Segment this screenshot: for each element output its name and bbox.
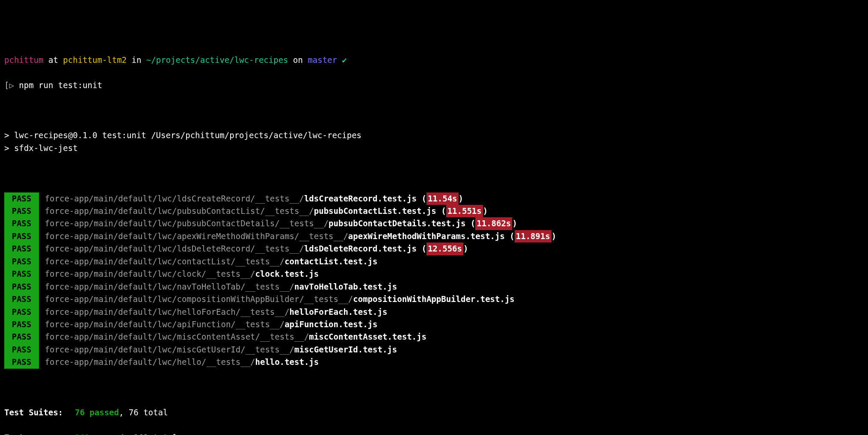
test-path: force-app/main/default/lwc/contactList/_… [45, 257, 285, 266]
test-result-row: PASS force-app/main/default/lwc/pubsubCo… [4, 217, 864, 230]
prompt-branch: master [308, 55, 337, 65]
prompt-at: at [48, 55, 58, 65]
summary-tests: Tests:162 passed, 162 total [4, 432, 864, 435]
prompt-on: on [293, 55, 303, 65]
prompt-arrow-icon: ▷ [9, 80, 14, 90]
test-path: force-app/main/default/lwc/ldsDeleteReco… [45, 244, 304, 253]
pass-badge: PASS [4, 306, 39, 318]
test-file: contactList.test.js [284, 257, 377, 266]
test-file: pubsubContactList.test.js [314, 206, 436, 216]
test-file: ldsDeleteRecord.test.js [304, 244, 417, 253]
summary-rest-tests: , 162 total [124, 433, 178, 435]
pass-badge: PASS [4, 217, 39, 230]
test-result-row: PASS force-app/main/default/lwc/helloFor… [4, 306, 864, 318]
paren-open: ( [417, 194, 427, 203]
test-result-row: PASS force-app/main/default/lwc/navToHel… [4, 281, 864, 293]
paren-close: ) [551, 231, 556, 241]
summary-label-suites: Test Suites: [4, 406, 75, 419]
paren-open: ( [465, 219, 475, 228]
test-path: force-app/main/default/lwc/apiFunction/_… [45, 320, 285, 329]
test-path: force-app/main/default/lwc/ldsCreateReco… [45, 194, 304, 203]
test-time-badge: 11.551s [446, 205, 483, 217]
prompt-user: pchittum [4, 55, 44, 65]
blank-line [4, 381, 864, 394]
test-path: force-app/main/default/lwc/hello/__tests… [45, 357, 255, 367]
npm-script-echo: > lwc-recipes@0.1.0 test:unit /Users/pch… [4, 129, 864, 154]
test-time-badge: 11.891s [515, 230, 551, 243]
test-time-badge: 12.556s [427, 243, 463, 255]
test-result-row: PASS force-app/main/default/lwc/apexWire… [4, 230, 864, 243]
test-path: force-app/main/default/lwc/miscGetUserId… [45, 345, 294, 354]
shell-prompt-line: pchittum at pchittum-ltm2 in ~/projects/… [4, 54, 864, 66]
test-file: compositionWithAppBuilder.test.js [353, 294, 515, 304]
test-path: force-app/main/default/lwc/miscContentAs… [45, 332, 309, 341]
pass-badge: PASS [4, 243, 39, 255]
test-path: force-app/main/default/lwc/pubsubContact… [45, 219, 329, 228]
test-result-row: PASS force-app/main/default/lwc/pubsubCo… [4, 205, 864, 217]
test-path: force-app/main/default/lwc/pubsubContact… [45, 206, 314, 216]
test-path: force-app/main/default/lwc/apexWireMetho… [45, 231, 348, 241]
pass-badge: PASS [4, 230, 39, 243]
pass-badge: PASS [4, 318, 39, 331]
pass-badge: PASS [4, 255, 39, 268]
test-results: PASS force-app/main/default/lwc/ldsCreat… [4, 192, 864, 369]
summary-suites: Test Suites:76 passed, 76 total [4, 406, 864, 419]
test-file: miscContentAsset.test.js [309, 332, 427, 341]
test-file: hello.test.js [255, 357, 319, 367]
pass-badge: PASS [4, 281, 39, 293]
test-file: apiFunction.test.js [284, 320, 377, 329]
test-result-row: PASS force-app/main/default/lwc/hello/__… [4, 356, 864, 368]
pass-badge: PASS [4, 192, 39, 205]
npm-echo-line: > sfdx-lwc-jest [4, 142, 864, 154]
prompt-host: pchittum-ltm2 [63, 55, 127, 65]
pass-badge: PASS [4, 356, 39, 368]
test-file: pubsubContactDetails.test.js [329, 219, 465, 228]
test-path: force-app/main/default/lwc/helloForEach/… [45, 307, 290, 317]
test-result-row: PASS force-app/main/default/lwc/ldsCreat… [4, 192, 864, 205]
paren-close: ) [483, 206, 488, 216]
prompt-in: in [131, 55, 141, 65]
test-path: force-app/main/default/lwc/navToHelloTab… [45, 282, 294, 291]
paren-close: ) [463, 244, 468, 253]
test-path: force-app/main/default/lwc/clock/__tests… [45, 269, 255, 278]
test-file: helloForEach.test.js [290, 307, 388, 317]
paren-close: ) [459, 194, 463, 203]
paren-open: ( [505, 231, 515, 241]
summary-rest-suites: , 76 total [119, 408, 168, 417]
test-time-badge: 11.862s [475, 217, 512, 230]
paren-open: ( [417, 244, 427, 253]
test-result-row: PASS force-app/main/default/lwc/apiFunct… [4, 318, 864, 331]
test-file: miscGetUserId.test.js [294, 345, 397, 354]
pass-badge: PASS [4, 293, 39, 305]
prompt-path: ~/projects/active/lwc-recipes [146, 55, 288, 65]
npm-echo-line: > lwc-recipes@0.1.0 test:unit /Users/pch… [4, 129, 864, 142]
test-file: apexWireMethodWithParams.test.js [348, 231, 505, 241]
pass-badge: PASS [4, 268, 39, 280]
test-file: ldsCreateRecord.test.js [304, 194, 417, 203]
command-line[interactable]: [▷ npm run test:unit [4, 79, 864, 92]
prompt-caret: [ [4, 80, 9, 90]
test-result-row: PASS force-app/main/default/lwc/composit… [4, 293, 864, 305]
pass-badge: PASS [4, 331, 39, 343]
test-result-row: PASS force-app/main/default/lwc/contactL… [4, 255, 864, 268]
test-path: force-app/main/default/lwc/compositionWi… [45, 294, 353, 304]
pass-badge: PASS [4, 205, 39, 217]
test-result-row: PASS force-app/main/default/lwc/miscGetU… [4, 343, 864, 356]
prompt-status-ok-icon: ✔ [342, 55, 347, 65]
summary-label-tests: Tests: [4, 432, 75, 435]
command-text: npm run test:unit [19, 80, 102, 90]
test-time-badge: 11.54s [427, 192, 459, 205]
test-file: navToHelloTab.test.js [294, 282, 397, 291]
pass-badge: PASS [4, 343, 39, 356]
paren-open: ( [436, 206, 446, 216]
blank-line [4, 104, 864, 117]
paren-close: ) [512, 219, 517, 228]
test-result-row: PASS force-app/main/default/lwc/ldsDelet… [4, 243, 864, 255]
test-file: clock.test.js [255, 269, 319, 278]
test-result-row: PASS force-app/main/default/lwc/clock/__… [4, 268, 864, 280]
summary-pass-tests: 162 passed [75, 433, 124, 435]
test-result-row: PASS force-app/main/default/lwc/miscCont… [4, 331, 864, 343]
summary-pass-suites: 76 passed [75, 408, 119, 417]
blank-line [4, 167, 864, 180]
